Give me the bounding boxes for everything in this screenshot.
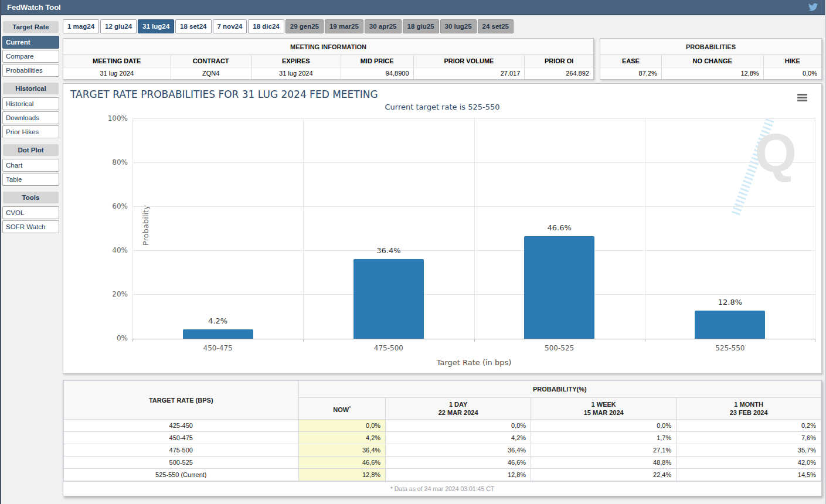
meeting-info-value: ZQN4 bbox=[171, 67, 251, 79]
now-column-header: NOW* bbox=[298, 398, 386, 420]
x-axis-tick bbox=[815, 339, 815, 342]
now-cell: 12,8% bbox=[298, 469, 386, 481]
sidebar-item-historical[interactable]: Historical bbox=[2, 97, 59, 110]
rate-table-row: 475-50036,4%36,4%27,1%35,7% bbox=[64, 444, 821, 457]
now-cell: 46,6% bbox=[298, 457, 386, 469]
x-axis-category-label: 525-550 bbox=[683, 344, 777, 352]
grid-line bbox=[474, 119, 475, 339]
grid-line bbox=[132, 119, 133, 339]
tab-12-giu24[interactable]: 12 giu24 bbox=[100, 19, 137, 33]
sidebar-item-downloads[interactable]: Downloads bbox=[2, 111, 59, 124]
probability-bar-500-525 bbox=[524, 236, 594, 339]
now-cell: 4,2% bbox=[298, 432, 386, 444]
twitter-icon[interactable] bbox=[807, 2, 819, 12]
app-title: FedWatch Tool bbox=[7, 3, 61, 12]
rate-cell: 525-550 (Current) bbox=[64, 469, 299, 481]
sidebar-section-dot-plot: Dot Plot bbox=[3, 144, 59, 156]
y-axis-tick-label: 40% bbox=[112, 246, 128, 254]
x-axis-category-label: 475-500 bbox=[342, 344, 436, 352]
y-axis-tick-label: 0% bbox=[117, 334, 128, 342]
chart-panel: TARGET RATE PROBABILITIES FOR 31 LUG 202… bbox=[63, 83, 822, 374]
probabilities-value: 0,0% bbox=[764, 67, 821, 79]
tab-bar: 1 mag2412 giu2431 lug2418 set247 nov2418… bbox=[63, 19, 822, 33]
one-week-cell: 22,4% bbox=[531, 469, 677, 481]
tab-31-lug24[interactable]: 31 lug24 bbox=[138, 19, 174, 33]
one-day-column-header: 1 DAY 22 MAR 2024 bbox=[386, 398, 531, 420]
watermark-stripes bbox=[731, 118, 774, 218]
one-month-column-header: 1 MONTH 23 FEB 2024 bbox=[677, 398, 821, 420]
rate-table-body: 425-4500,0%0,0%0,0%0,2%450-4754,2%4,2%1,… bbox=[64, 420, 821, 481]
sidebar-item-sofr-watch[interactable]: SOFR Watch bbox=[2, 220, 59, 233]
sidebar-item-prior-hikes[interactable]: Prior Hikes bbox=[2, 125, 59, 138]
one-day-cell: 12,8% bbox=[386, 469, 531, 481]
meeting-info-value: 27.017 bbox=[414, 67, 525, 79]
fedwatch-page: FedWatch Tool Target RateCurrentCompareP… bbox=[0, 0, 826, 504]
tab-19-mar25[interactable]: 19 mar25 bbox=[325, 19, 363, 33]
now-cell: 0,0% bbox=[298, 420, 386, 432]
one-month-cell: 7,6% bbox=[677, 432, 821, 444]
probability-bar-525-550 bbox=[695, 311, 765, 339]
one-week-cell: 1,7% bbox=[531, 432, 677, 444]
tab-24-set25[interactable]: 24 set25 bbox=[478, 19, 514, 33]
probabilities-column-header: EASE bbox=[600, 55, 662, 67]
top-bar: FedWatch Tool bbox=[1, 0, 825, 15]
rate-cell: 450-475 bbox=[64, 432, 299, 444]
meeting-info-column-header: CONTRACT bbox=[171, 55, 251, 67]
probabilities-column-header: NO CHANGE bbox=[662, 55, 764, 67]
meeting-info-column-header: PRIOR OI bbox=[525, 55, 593, 67]
tab-1-mag24[interactable]: 1 mag24 bbox=[63, 19, 99, 33]
meeting-info-title: MEETING INFORMATION bbox=[63, 39, 593, 55]
y-axis-tick-label: 20% bbox=[112, 290, 128, 298]
tab-18-set24[interactable]: 18 set24 bbox=[175, 19, 211, 33]
sidebar-item-compare[interactable]: Compare bbox=[2, 50, 59, 63]
one-week-cell: 27,1% bbox=[531, 444, 677, 457]
meeting-info-columns: MEETING DATECONTRACTEXPIRESMID PRICEPRIO… bbox=[63, 55, 593, 67]
rate-table-row: 450-4754,2%4,2%1,7%7,6% bbox=[64, 432, 821, 444]
tab-30-apr25[interactable]: 30 apr25 bbox=[365, 19, 402, 33]
x-axis-category-label: 450-475 bbox=[171, 344, 265, 352]
sidebar-item-table[interactable]: Table bbox=[2, 173, 59, 186]
one-week-cell: 48,8% bbox=[531, 457, 677, 469]
quikstrike-q-watermark: Q bbox=[754, 122, 797, 184]
tab-30-lug25[interactable]: 30 lug25 bbox=[440, 19, 477, 33]
sidebar-item-cvol[interactable]: CVOL bbox=[2, 206, 59, 219]
rate-column-header: TARGET RATE (BPS) bbox=[64, 381, 299, 420]
chart-subtitle: Current target rate is 525-550 bbox=[63, 103, 821, 111]
bar-value-label: 12.8% bbox=[695, 298, 765, 307]
grid-line bbox=[303, 119, 304, 339]
meeting-info-column-header: PRIOR VOLUME bbox=[414, 55, 525, 67]
x-axis-tick bbox=[303, 339, 304, 342]
sidebar-item-chart[interactable]: Chart bbox=[2, 159, 59, 172]
probabilities-value: 12,8% bbox=[662, 67, 764, 79]
probability-bar-450-475 bbox=[183, 329, 253, 339]
x-axis-tick bbox=[645, 339, 645, 342]
meeting-info-values: 31 lug 2024ZQN431 lug 202494,890027.0172… bbox=[63, 67, 593, 79]
plot-area: Q 0%20%40%60%80%100%4.2%450-47536.4%475-… bbox=[132, 119, 815, 339]
tab-7-nov24[interactable]: 7 nov24 bbox=[213, 19, 247, 33]
y-axis-tick-label: 60% bbox=[112, 202, 128, 210]
one-day-cell: 36,4% bbox=[386, 444, 531, 457]
grid-line bbox=[815, 119, 815, 339]
rate-cell: 500-525 bbox=[64, 457, 299, 469]
sidebar-section-target-rate: Target Rate bbox=[3, 21, 59, 33]
sidebar-section-tools: Tools bbox=[3, 192, 59, 203]
tab-29-gen25[interactable]: 29 gen25 bbox=[285, 19, 324, 33]
probabilities-column-header: HIKE bbox=[764, 55, 821, 67]
info-panels-row: MEETING INFORMATION MEETING DATECONTRACT… bbox=[63, 38, 822, 80]
meeting-info-column-header: MID PRICE bbox=[341, 55, 414, 67]
probabilities-values: 87,2%12,8%0,0% bbox=[600, 67, 821, 79]
meeting-info-value: 31 lug 2024 bbox=[251, 67, 341, 79]
hamburger-menu-icon[interactable] bbox=[797, 93, 807, 103]
rate-cell: 425-450 bbox=[64, 420, 299, 432]
probabilities-panel: PROBABILITIES EASENO CHANGEHIKE 87,2%12,… bbox=[600, 38, 822, 80]
probabilities-value: 87,2% bbox=[600, 67, 662, 79]
tab-18-giu25[interactable]: 18 giu25 bbox=[403, 19, 439, 33]
probabilities-columns: EASENO CHANGEHIKE bbox=[600, 55, 821, 67]
sidebar-item-probabilities[interactable]: Probabilities bbox=[2, 64, 59, 77]
sidebar-item-current[interactable]: Current bbox=[2, 36, 59, 49]
sidebar-section-historical: Historical bbox=[3, 83, 59, 94]
meeting-info-value: 94,8900 bbox=[341, 67, 414, 79]
tab-18-dic24[interactable]: 18 dic24 bbox=[248, 19, 284, 33]
x-axis-category-label: 500-525 bbox=[512, 344, 606, 352]
meeting-info-column-header: EXPIRES bbox=[251, 55, 341, 67]
